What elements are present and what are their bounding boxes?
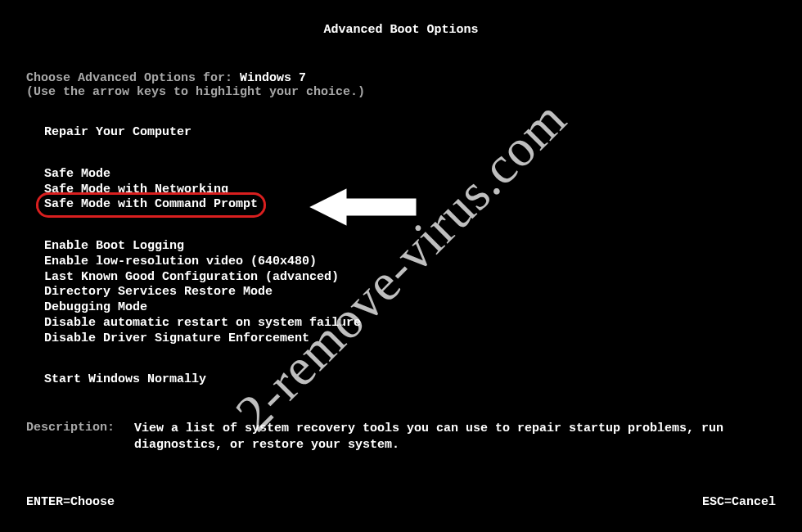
footer-enter: ENTER=Choose <box>26 495 115 509</box>
menu-safe-mode[interactable]: Safe Mode <box>44 167 110 183</box>
instruction-os: Windows 7 <box>240 71 306 85</box>
description-label: Description: <box>26 421 134 454</box>
page-title: Advanced Boot Options <box>26 23 776 37</box>
instruction-line: Choose Advanced Options for: Windows 7 <box>26 71 776 85</box>
menu-disable-driver-sig[interactable]: Disable Driver Signature Enforcement <box>44 331 309 347</box>
instruction-hint: (Use the arrow keys to highlight your ch… <box>26 85 776 99</box>
menu-disable-auto-restart[interactable]: Disable automatic restart on system fail… <box>44 316 361 331</box>
menu-enable-low-res-video[interactable]: Enable low-resolution video (640x480) <box>44 255 317 270</box>
instruction-label: Choose Advanced Options for: <box>26 71 240 85</box>
menu-safe-mode-networking[interactable]: Safe Mode with Networking <box>44 183 228 198</box>
footer-bar: ENTER=Choose ESC=Cancel <box>26 495 776 509</box>
menu-directory-services-restore[interactable]: Directory Services Restore Mode <box>44 285 273 300</box>
menu-start-windows-normally[interactable]: Start Windows Normally <box>44 372 206 388</box>
footer-esc: ESC=Cancel <box>702 495 776 509</box>
menu-safe-mode-command-prompt[interactable]: Safe Mode with Command Prompt <box>44 197 258 213</box>
description-text: View a list of system recovery tools you… <box>134 421 776 454</box>
menu-last-known-good-config[interactable]: Last Known Good Configuration (advanced) <box>44 270 339 286</box>
menu-enable-boot-logging[interactable]: Enable Boot Logging <box>44 239 184 255</box>
menu-debugging-mode[interactable]: Debugging Mode <box>44 300 147 316</box>
menu-repair-computer[interactable]: Repair Your Computer <box>44 125 191 141</box>
